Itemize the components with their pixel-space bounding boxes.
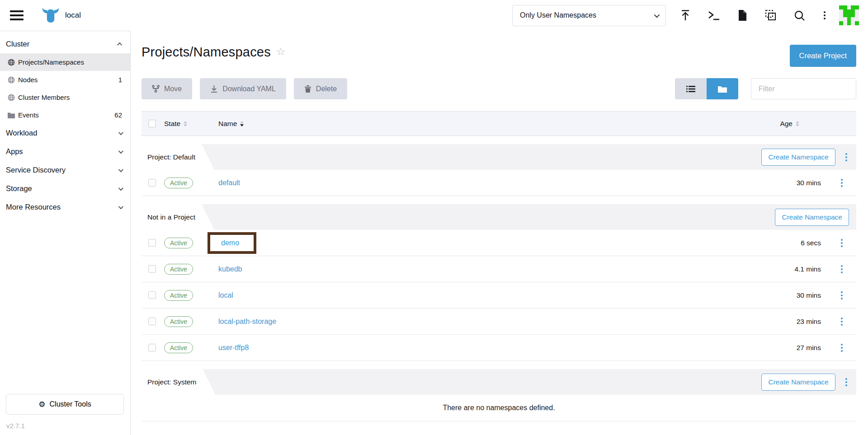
body-row: ClusterProjects/NamespacesNodes1Cluster …	[0, 31, 868, 435]
sidebar-item-nodes[interactable]: Nodes1	[0, 71, 130, 89]
group-label-tab: Project: System	[142, 369, 216, 395]
row-actions-kebab-icon[interactable]	[839, 290, 844, 301]
search-icon[interactable]	[793, 9, 805, 21]
row-actions-kebab-icon[interactable]	[839, 237, 844, 249]
cluster-tools-button[interactable]: ⚙ Cluster Tools	[6, 394, 124, 415]
trash-icon	[304, 85, 311, 93]
move-icon	[152, 85, 160, 93]
globe-icon	[7, 58, 15, 66]
menu-kebab-icon[interactable]	[822, 9, 827, 21]
sidebar-item-count: 1	[118, 76, 122, 84]
row-checkbox[interactable]	[148, 291, 156, 299]
group-controls: Create Namespace	[761, 374, 856, 391]
sidebar-section-cluster[interactable]: Cluster	[0, 35, 130, 53]
namespace-link[interactable]: user-tffp8	[218, 344, 249, 352]
group-actions-kebab-icon[interactable]	[844, 151, 849, 163]
sidebar-section-apps[interactable]: Apps	[0, 142, 130, 161]
copy-kubeconfig-icon[interactable]	[765, 9, 777, 21]
namespace-link[interactable]: default	[218, 179, 240, 187]
folder-icon	[7, 111, 15, 119]
sidebar-item-label: Cluster Members	[18, 94, 70, 101]
grouped-view-button[interactable]	[707, 78, 738, 99]
kubeconfig-file-icon[interactable]	[736, 9, 748, 21]
group-actions-kebab-icon[interactable]	[844, 376, 849, 388]
download-yaml-button[interactable]: Download YAML	[200, 78, 286, 99]
age-value: 30 mins	[797, 179, 821, 187]
column-header-age[interactable]: Age	[760, 120, 827, 128]
sidebar-section-label: Apps	[6, 147, 23, 156]
state-badge: Active	[164, 316, 193, 327]
sidebar-section-label: Storage	[6, 184, 32, 193]
chevron-up-icon	[117, 42, 122, 47]
row-checkbox[interactable]	[148, 318, 156, 325]
sidebar-section-label: Workload	[6, 129, 37, 137]
state-badge: Active	[164, 178, 193, 188]
group-label-tab: Not in a Project	[142, 204, 214, 230]
sidebar-section-more-resources[interactable]: More Resources	[0, 198, 130, 216]
row-actions-kebab-icon[interactable]	[839, 316, 844, 327]
namespace-filter-select[interactable]: Only User Namespaces	[512, 5, 666, 26]
row-checkbox[interactable]	[148, 344, 156, 351]
table-body: Project: DefaultCreate NamespaceActivede…	[142, 144, 856, 421]
table-row: Activelocal30 mins	[142, 282, 856, 309]
import-yaml-icon[interactable]	[679, 9, 691, 21]
topbar-icons	[679, 9, 827, 21]
namespace-link[interactable]: local-path-storage	[218, 318, 276, 326]
sidebar-section-workload[interactable]: Workload	[0, 124, 130, 142]
sidebar-item-cluster-members[interactable]: Cluster Members	[0, 89, 130, 106]
state-badge: Active	[164, 264, 193, 275]
filter-input[interactable]	[751, 78, 856, 99]
cluster-name: local	[65, 11, 81, 20]
namespace-filter-value: Only User Namespaces	[520, 11, 596, 19]
move-button[interactable]: Move	[142, 78, 192, 99]
namespaces-table: State Name Age Project: DefaultCreate Na…	[142, 111, 856, 421]
chevron-down-icon	[118, 167, 123, 172]
user-avatar[interactable]	[839, 5, 859, 25]
sidebar-item-events[interactable]: Events62	[0, 106, 130, 124]
create-namespace-button[interactable]: Create Namespace	[761, 149, 835, 166]
chevron-down-icon	[654, 12, 660, 18]
age-value: 30 mins	[797, 291, 821, 299]
age-value: 23 mins	[797, 318, 821, 326]
actions-row: Move Download YAML Delete	[142, 78, 856, 99]
create-project-button[interactable]: Create Project	[790, 45, 856, 67]
group-row: Not in a ProjectCreate Namespace	[142, 204, 856, 230]
cluster-tools-label: Cluster Tools	[50, 400, 91, 408]
group-label: Project: Default	[147, 153, 195, 161]
create-namespace-button[interactable]: Create Namespace	[761, 374, 835, 391]
right-controls	[675, 78, 856, 99]
top-bar: local Only User Namespaces	[0, 0, 868, 31]
download-icon	[210, 85, 218, 93]
select-all-checkbox[interactable]	[148, 120, 156, 127]
sidebar-section-storage[interactable]: Storage	[0, 179, 130, 198]
rancher-app: local Only User Namespaces	[0, 0, 868, 435]
rancher-logo-icon[interactable]	[42, 7, 60, 24]
delete-button[interactable]: Delete	[294, 78, 347, 99]
row-checkbox[interactable]	[148, 179, 156, 187]
namespace-link[interactable]: local	[218, 291, 233, 299]
row-actions-kebab-icon[interactable]	[839, 177, 844, 189]
sidebar-section-label: Service Discovery	[6, 166, 66, 174]
favorite-star-icon[interactable]: ☆	[276, 46, 286, 58]
group-controls: Create Namespace	[761, 149, 856, 166]
list-view-button[interactable]	[675, 78, 707, 99]
row-actions-kebab-icon[interactable]	[839, 342, 844, 354]
sidebar-section-service-discovery[interactable]: Service Discovery	[0, 161, 130, 179]
table-row: Activelocal-path-storage23 mins	[142, 309, 856, 335]
group-label-tab: Project: Default	[142, 144, 214, 170]
namespace-link[interactable]: kubedb	[218, 265, 242, 273]
create-namespace-button[interactable]: Create Namespace	[775, 209, 849, 226]
namespace-link[interactable]: demo	[221, 239, 239, 247]
column-header-state[interactable]: State	[164, 120, 218, 128]
row-actions-kebab-icon[interactable]	[839, 263, 844, 275]
hamburger-menu-icon[interactable]	[10, 10, 24, 20]
page-title: Projects/Namespaces	[142, 45, 271, 60]
row-checkbox[interactable]	[148, 265, 156, 273]
view-toggle	[675, 78, 738, 99]
column-header-name[interactable]: Name	[218, 120, 760, 128]
kubectl-shell-icon[interactable]	[708, 9, 720, 21]
sidebar-item-projects-namespaces[interactable]: Projects/Namespaces	[0, 53, 130, 71]
globe-icon	[7, 76, 15, 84]
row-checkbox[interactable]	[148, 239, 156, 247]
table-header-row: State Name Age	[142, 112, 856, 136]
